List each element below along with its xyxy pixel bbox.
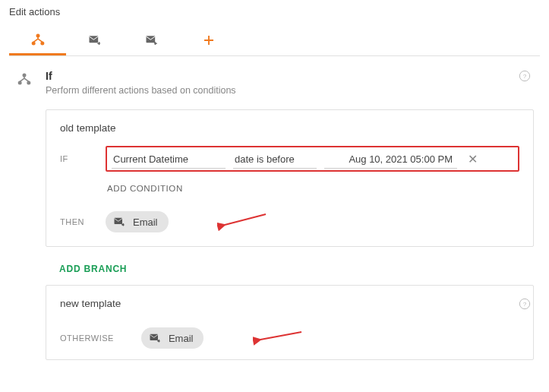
svg-point-1 [32, 42, 34, 44]
branch-card-old: old template IF Current Datetime date is… [46, 109, 534, 247]
section-title: If [46, 70, 236, 82]
plus-icon [202, 33, 216, 47]
tab-branch[interactable] [9, 25, 66, 55]
annotation-arrow [217, 210, 270, 231]
condition-operator[interactable]: date is before [233, 150, 317, 169]
action-chip-email[interactable]: Email [106, 211, 169, 232]
branch-card-new: new template OTHERWISE Email [46, 285, 534, 360]
add-branch-button[interactable]: ADD BRANCH [46, 258, 534, 285]
branch-icon [17, 71, 32, 87]
svg-point-0 [36, 34, 39, 36]
svg-point-2 [41, 42, 43, 44]
branch-icon [30, 32, 46, 47]
svg-text:?: ? [523, 73, 527, 80]
annotation-arrow [253, 326, 306, 347]
tab-email-in[interactable] [123, 25, 180, 55]
page-title: Edit actions [9, 6, 540, 17]
close-icon[interactable]: ✕ [465, 152, 481, 167]
action-chip-label: Email [133, 217, 158, 228]
email-send-icon [87, 33, 103, 48]
if-label: IF [60, 154, 95, 163]
svg-point-7 [27, 81, 30, 84]
tab-add[interactable] [180, 25, 237, 55]
section-icon-branch [15, 71, 33, 87]
svg-point-5 [23, 74, 25, 76]
tabs [9, 25, 540, 56]
svg-point-6 [19, 81, 21, 84]
email-send-icon [149, 332, 162, 344]
branch-name[interactable]: old template [46, 110, 533, 141]
branch-name[interactable]: new template [46, 286, 533, 317]
help-icon[interactable]: ? [519, 70, 531, 82]
svg-text:?: ? [523, 301, 527, 308]
condition-rhs[interactable]: Aug 10, 2021 05:00 PM [324, 150, 457, 169]
condition-box: Current Datetime date is before Aug 10, … [106, 146, 519, 172]
email-reply-icon [144, 33, 159, 48]
add-condition-button[interactable]: ADD CONDITION [46, 178, 533, 204]
help-icon[interactable]: ? [519, 298, 531, 310]
action-chip-email[interactable]: Email [141, 327, 204, 349]
action-chip-label: Email [169, 333, 194, 344]
email-send-icon [113, 216, 127, 228]
otherwise-label: OTHERWISE [60, 334, 114, 343]
section-subtitle: Perform different actions based on condi… [46, 85, 236, 96]
condition-lhs[interactable]: Current Datetime [112, 150, 226, 169]
then-label: THEN [60, 217, 95, 226]
tab-email-out[interactable] [66, 25, 123, 55]
